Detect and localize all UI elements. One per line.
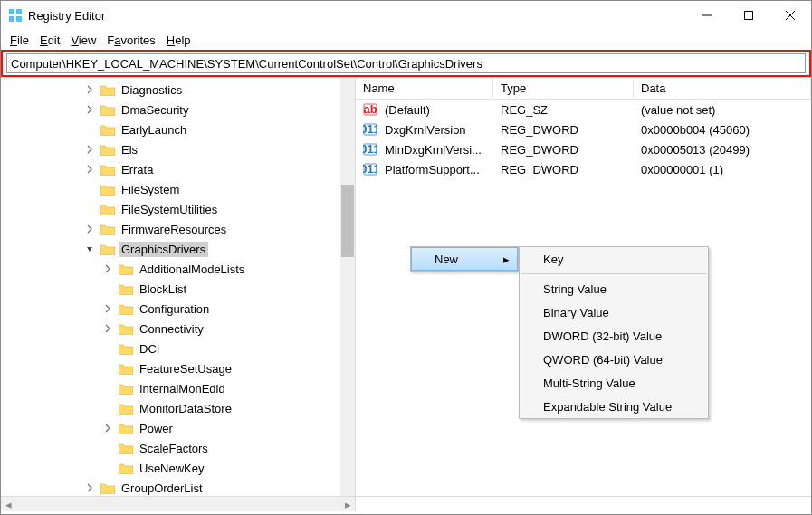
submenu-item[interactable]: Expandable String Value	[520, 395, 708, 418]
value-icon: 011	[363, 142, 377, 157]
context-menu-label: New	[435, 253, 458, 266]
tree-node[interactable]: ScaleFactors	[1, 438, 355, 458]
tree-label: DCI	[137, 341, 162, 357]
expander-icon[interactable]	[82, 82, 97, 97]
value-data: 0x0000b004 (45060)	[634, 123, 811, 137]
tree-label: BlockList	[137, 281, 189, 297]
tree-label: Els	[119, 142, 140, 157]
value-row[interactable]: 011PlatformSupport...REG_DWORD0x00000001…	[356, 159, 811, 179]
submenu-item[interactable]: Binary Value	[520, 300, 708, 324]
value-row[interactable]: 011MinDxgKrnlVersi...REG_DWORD0x00005013…	[356, 139, 811, 159]
submenu-arrow-icon: ▸	[503, 253, 510, 266]
tree-node[interactable]: GraphicsDrivers	[1, 239, 355, 259]
close-button[interactable]	[769, 1, 811, 30]
col-header-name[interactable]: Name	[356, 79, 493, 98]
tree-node[interactable]: FileSystemUtilities	[1, 199, 355, 219]
tree-label: GraphicsDrivers	[119, 242, 208, 257]
minimize-button[interactable]	[686, 1, 728, 30]
scroll-left-icon[interactable]: ◂	[1, 498, 15, 511]
expander-icon[interactable]	[82, 202, 97, 216]
menu-file[interactable]: File	[5, 32, 34, 49]
expander-icon[interactable]	[100, 281, 115, 296]
col-header-data[interactable]: Data	[634, 79, 811, 98]
value-type: REG_DWORD	[493, 163, 634, 176]
expander-icon[interactable]	[82, 102, 97, 117]
tree-node[interactable]: DCI	[1, 339, 355, 358]
submenu-item[interactable]: QWORD (64-bit) Value	[520, 348, 708, 371]
submenu-item[interactable]: DWORD (32-bit) Value	[520, 324, 708, 348]
context-menu-item-new[interactable]: New ▸	[411, 247, 518, 271]
tree-label: Errata	[119, 162, 156, 177]
tree-node[interactable]: Connectivity	[1, 319, 355, 339]
expander-icon[interactable]	[100, 301, 115, 316]
expander-icon[interactable]	[82, 481, 97, 495]
expander-icon[interactable]	[100, 341, 115, 356]
expander-icon[interactable]	[100, 401, 115, 415]
menu-help[interactable]: Help	[161, 32, 196, 49]
tree-label: GroupOrderList	[119, 481, 205, 496]
tree-node[interactable]: BlockList	[1, 279, 355, 299]
addressbar[interactable]	[6, 53, 806, 73]
tree-scrollbar[interactable]	[340, 78, 355, 496]
tree-label: FileSystem	[119, 182, 182, 197]
folder-icon	[119, 323, 133, 335]
expander-icon[interactable]	[100, 321, 115, 336]
svg-rect-2	[9, 16, 14, 22]
folder-icon	[100, 104, 115, 116]
svg-rect-1	[16, 9, 22, 14]
value-type: REG_DWORD	[493, 143, 634, 157]
expander-icon[interactable]	[82, 162, 97, 176]
scroll-right-icon[interactable]: ▸	[340, 498, 355, 511]
tree-node[interactable]: FeatureSetUsage	[1, 358, 355, 378]
expander-icon[interactable]	[100, 421, 115, 435]
tree-node[interactable]: Errata	[1, 159, 355, 179]
tree-node[interactable]: EarlyLaunch	[1, 119, 355, 139]
submenu-item[interactable]: String Value	[520, 277, 708, 300]
col-header-type[interactable]: Type	[493, 79, 634, 98]
value-row[interactable]: ab(Default)REG_SZ(value not set)	[356, 100, 811, 119]
folder-icon	[119, 383, 133, 395]
submenu-item[interactable]: Multi-String Value	[520, 371, 708, 395]
submenu-item[interactable]: Key	[520, 247, 708, 271]
menu-view[interactable]: View	[65, 32, 101, 49]
folder-icon	[100, 184, 115, 196]
value-name: PlatformSupport...	[377, 163, 493, 176]
maximize-button[interactable]	[728, 1, 769, 30]
folder-icon	[100, 84, 115, 96]
expander-icon[interactable]	[100, 262, 115, 276]
expander-icon[interactable]	[100, 381, 115, 396]
folder-icon	[119, 363, 133, 375]
tree-node[interactable]: InternalMonEdid	[1, 378, 355, 398]
tree-label: FirmwareResources	[119, 222, 229, 237]
value-data: 0x00000001 (1)	[634, 163, 811, 176]
expander-icon[interactable]	[100, 441, 115, 455]
tree-node[interactable]: Els	[1, 139, 355, 159]
menu-edit[interactable]: Edit	[34, 32, 65, 49]
tree-node[interactable]: DmaSecurity	[1, 100, 355, 119]
menu-favorites[interactable]: Favorites	[101, 32, 160, 49]
tree-node[interactable]: UseNewKey	[1, 458, 355, 478]
tree-node[interactable]: GroupOrderList	[1, 478, 355, 496]
value-row[interactable]: 011DxgKrnlVersionREG_DWORD0x0000b004 (45…	[356, 119, 811, 139]
expander-icon[interactable]	[82, 182, 97, 196]
expander-icon[interactable]	[82, 242, 97, 256]
tree-node[interactable]: Configuration	[1, 299, 355, 319]
tree-node[interactable]: FileSystem	[1, 179, 355, 199]
expander-icon[interactable]	[82, 142, 97, 157]
tree-node[interactable]: Power	[1, 418, 355, 438]
tree-label: AdditionalModeLists	[137, 262, 247, 277]
tree-label: Configuration	[137, 301, 212, 317]
tree-node[interactable]: FirmwareResources	[1, 219, 355, 239]
expander-icon[interactable]	[82, 222, 97, 236]
expander-icon[interactable]	[82, 122, 97, 137]
expander-icon[interactable]	[100, 461, 115, 475]
folder-icon	[119, 443, 133, 454]
tree-label: DmaSecurity	[119, 102, 191, 118]
expander-icon[interactable]	[100, 361, 115, 376]
tree-node[interactable]: AdditionalModeLists	[1, 259, 355, 279]
tree-label: FileSystemUtilities	[119, 202, 220, 217]
tree-node[interactable]: MonitorDataStore	[1, 398, 355, 418]
tree-horizontal-scrollbar[interactable]: ◂ ▸	[1, 497, 356, 511]
tree-node[interactable]: Diagnostics	[1, 80, 355, 100]
scroll-thumb[interactable]	[341, 185, 354, 257]
